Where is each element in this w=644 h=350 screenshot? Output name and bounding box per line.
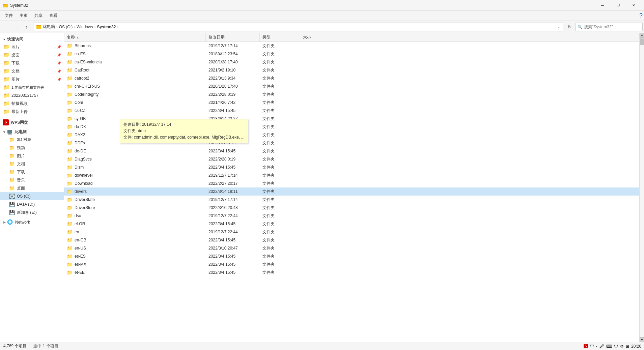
folder-icon: 📁	[67, 59, 73, 65]
minimize-button[interactable]: —	[595, 0, 610, 11]
table-row[interactable]: 📁DDFs2022/2/28 0:19文件夹	[64, 139, 639, 147]
table-row[interactable]: 📁cs-CZ2022/3/4 15:45文件夹	[64, 107, 639, 115]
sidebar-item-pc-pictures[interactable]: 📁 图片	[0, 152, 64, 160]
toolbar: ← → ↑ 此电脑 › OS (C:) › Windows › System32…	[0, 21, 644, 33]
breadcrumb-c[interactable]: OS (C:) ›	[59, 25, 75, 29]
breadcrumb-system32[interactable]: System32 ›	[97, 25, 118, 29]
col-header-date[interactable]: 修改日期	[206, 33, 260, 41]
folder-icon: 📁	[67, 140, 73, 146]
table-row[interactable]: 📁cy-GB2018/6/14 23:27文件夹	[64, 115, 639, 123]
table-row[interactable]: 📁catroot22022/3/13 9:34文件夹	[64, 74, 639, 82]
file-name-text: DriverStore	[75, 205, 95, 210]
table-row[interactable]: 📁Bthprops2019/12/7 17:14文件夹	[64, 42, 639, 50]
network-section[interactable]: ▶ 🌐 Network	[0, 218, 64, 227]
input-method[interactable]: 中	[590, 343, 594, 349]
col-header-type[interactable]: 类型	[260, 33, 300, 41]
sidebar-item-new-e[interactable]: 💾 新加卷 (E:)	[0, 208, 64, 216]
up-button[interactable]: ↑	[22, 22, 31, 32]
menu-view[interactable]: 查看	[46, 11, 61, 20]
table-row[interactable]: 📁dsc2019/12/7 22:44文件夹	[64, 212, 639, 220]
folder-icon: 📁	[3, 100, 9, 107]
table-row[interactable]: 📁Dism2022/3/4 15:45文件夹	[64, 163, 639, 171]
table-row[interactable]: 📁ca-ES2018/4/12 23:54文件夹	[64, 50, 639, 58]
table-row[interactable]: 📁CatRoot2021/9/2 19:10文件夹	[64, 66, 639, 74]
address-bar[interactable]: 此电脑 › OS (C:) › Windows › System32 › ⌄	[33, 23, 563, 31]
file-type-cell: 文件夹	[260, 42, 300, 50]
wps-section-header[interactable]: S WPS网盘	[0, 118, 64, 126]
menu-home[interactable]: 主页	[16, 11, 31, 20]
sidebar-item-pc-downloads[interactable]: 📁 下载	[0, 168, 64, 176]
col-header-name[interactable]: 名称 ▲	[64, 33, 206, 41]
table-row[interactable]: 📁en-GB2022/3/4 15:45文件夹	[64, 236, 639, 244]
table-row[interactable]: 📁chr-CHER-US2020/1/28 17:40文件夹	[64, 82, 639, 90]
file-name-text: CatRoot	[75, 68, 89, 72]
sidebar-item-3d[interactable]: 📁 3D 对象	[0, 136, 64, 144]
drive-icon: 💾	[9, 209, 15, 215]
forward-button[interactable]: →	[11, 22, 21, 32]
file-name-cell: 📁chr-CHER-US	[64, 83, 206, 90]
table-row[interactable]: 📁DriverStore2022/3/10 20:48文件夹	[64, 204, 639, 212]
help-button[interactable]: ?	[639, 12, 643, 19]
sidebar-item-os-c[interactable]: 💽 OS (C:)	[0, 192, 64, 200]
file-size-cell	[300, 199, 334, 200]
breadcrumb-windows[interactable]: Windows ›	[77, 25, 95, 29]
scroll-down-btn[interactable]: ▼	[640, 337, 644, 342]
table-row[interactable]: 📁downlevel2019/12/7 17:14文件夹	[64, 171, 639, 179]
table-row[interactable]: 📁et-EE2022/3/4 15:45文件夹	[64, 268, 639, 276]
time-display: 20:26	[631, 344, 641, 349]
menu-share[interactable]: 共享	[31, 11, 46, 20]
table-row[interactable]: 📁Download2022/2/27 20:17文件夹	[64, 179, 639, 187]
folder-icon: 📁	[67, 132, 73, 138]
sidebar-item-layout[interactable]: 📁 1.界面布局和文件夹	[0, 83, 64, 91]
table-row[interactable]: 📁es-MX2022/3/4 15:45文件夹	[64, 260, 639, 268]
table-row[interactable]: 📁en-US2022/3/10 20:47文件夹	[64, 244, 639, 252]
scrollbar-thumb[interactable]	[640, 38, 644, 45]
sidebar-item-desktop[interactable]: 📁 桌面 📌	[0, 51, 64, 59]
wps-icon: S	[3, 119, 9, 125]
sidebar-item-pictures[interactable]: 📁 图片 📌	[0, 75, 64, 83]
mic-icon[interactable]: 🎤	[599, 344, 604, 349]
table-row[interactable]: 📁DAX22021/4/26 7:50文件夹	[64, 131, 639, 139]
table-row[interactable]: 📁Com2021/4/26 7:42文件夹	[64, 98, 639, 107]
table-row[interactable]: 📁da-DK2022/3/4 15:45文件夹	[64, 123, 639, 131]
search-box[interactable]: 🔍	[575, 23, 643, 31]
file-name-cell: 📁da-DK	[64, 123, 206, 130]
sidebar-item-documents[interactable]: 📁 文档 📌	[0, 67, 64, 75]
sidebar-item-downloads[interactable]: 📁 下载 📌	[0, 59, 64, 67]
table-row[interactable]: 📁en2019/12/7 22:44文件夹	[64, 228, 639, 236]
sidebar-item-video[interactable]: 📁 拍摄视频	[0, 99, 64, 108]
sidebar-item-videos[interactable]: 📁 视频	[0, 144, 64, 152]
sidebar-item-data-d[interactable]: 💾 DATA (D:)	[0, 200, 64, 208]
table-row[interactable]: 📁DiagSvcs2022/2/28 0:19文件夹	[64, 155, 639, 163]
table-row[interactable]: 📁drivers2022/3/14 18:11文件夹	[64, 187, 639, 196]
back-button[interactable]: ←	[1, 22, 11, 32]
breadcrumb-pc[interactable]: 此电脑 ›	[43, 24, 58, 30]
restore-button[interactable]: ❐	[610, 0, 626, 11]
scroll-up-btn[interactable]: ▲	[640, 33, 644, 38]
scrollbar-track[interactable]	[640, 38, 644, 337]
table-row[interactable]: 📁el-GR2022/3/4 15:45文件夹	[64, 220, 639, 228]
sidebar-item-photos[interactable]: 📁 照片 📌	[0, 43, 64, 51]
table-row[interactable]: 📁DriverState2019/12/7 17:14文件夹	[64, 196, 639, 204]
quick-access-header[interactable]: ▼ 快速访问	[0, 34, 64, 43]
sidebar-item-latest-upload[interactable]: 📁 最新上传	[0, 108, 64, 116]
breadcrumb-dropdown[interactable]: ⌄	[557, 25, 560, 29]
table-row[interactable]: 📁CodeIntegrity2022/2/28 0:19文件夹	[64, 90, 639, 98]
right-scrollbar[interactable]: ▲ ▼	[639, 33, 644, 342]
this-pc-header[interactable]: ▼ 此电脑	[0, 127, 64, 136]
file-size-cell	[300, 167, 334, 168]
table-row[interactable]: 📁de-DE2022/3/4 15:45文件夹	[64, 147, 639, 155]
sidebar-item-pc-desktop[interactable]: 📁 桌面	[0, 184, 64, 192]
sidebar-item-2022[interactable]: 📁 202203121757	[0, 91, 64, 99]
sidebar-item-pc-documents[interactable]: 📁 文档	[0, 160, 64, 168]
table-row[interactable]: 📁ca-ES-valencia2020/1/28 17:40文件夹	[64, 58, 639, 66]
table-row[interactable]: 📁es-ES2022/3/4 15:45文件夹	[64, 252, 639, 260]
menu-file[interactable]: 文件	[1, 11, 16, 20]
file-size-cell	[300, 61, 334, 63]
search-input[interactable]	[584, 25, 638, 29]
refresh-button[interactable]: ↻	[565, 22, 575, 32]
file-date-cell: 2019/12/7 17:14	[206, 43, 260, 49]
close-button[interactable]: ✕	[626, 0, 641, 11]
col-header-size[interactable]: 大小	[300, 33, 334, 41]
sidebar-item-music[interactable]: 📁 音乐	[0, 176, 64, 184]
